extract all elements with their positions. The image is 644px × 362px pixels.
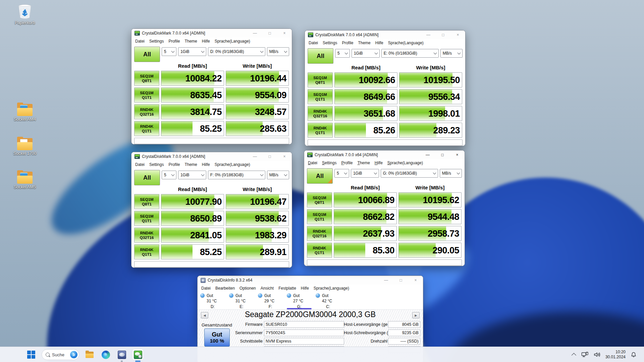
menu-item-sprache-language-[interactable]: Sprache(Language) [311,285,352,292]
next-drive-button[interactable]: ▶ [412,312,420,318]
test-queue-depth: Q32T16 [313,114,327,118]
taskbar-item-file-explorer[interactable] [84,349,95,360]
maximize-button[interactable]: □ [436,31,450,39]
menu-item-profile[interactable]: Profile [339,160,355,166]
maximize-button[interactable]: □ [435,150,450,159]
menu-item-sprache-language-[interactable]: Sprache(Language) [386,40,426,46]
target-drive-select[interactable]: F: 0% (0/1863GiB) [208,171,265,179]
drive-tab-C[interactable]: Gut 42 °C C: [314,292,342,309]
menu-item-sprache-language-[interactable]: Sprache(Language) [212,38,253,45]
window-titlebar[interactable]: CrystalDiskMark 7.0.0 x64 [ADMIN] — □ × [131,152,292,161]
menu-item-theme[interactable]: Theme [182,38,199,45]
status-bar [308,139,463,146]
taskbar-search[interactable]: Suche b [42,349,79,360]
menu-item-datei[interactable]: Datei [133,161,147,168]
target-drive-select[interactable]: G: 0% (0/1863GiB) [381,169,438,178]
menu-item-hilfe[interactable]: Hilfe [372,160,385,166]
menu-item-datei[interactable]: Datei [306,160,320,166]
window-titlebar[interactable]: CrystalDiskMark 7.0.0 x64 [ADMIN] — □ × [305,31,465,39]
test-count-select[interactable]: 5 [162,47,176,56]
test-queue-depth: Q1T1 [142,129,152,133]
target-drive-select[interactable]: D: 0% (0/1863GiB) [208,47,265,56]
close-button[interactable]: × [277,29,292,38]
desktop-icon-papierkorb[interactable]: Papierkorb [9,3,41,25]
menu-item-datei[interactable]: Datei [199,285,213,292]
close-button[interactable]: × [450,150,465,159]
window-titlebar[interactable]: CrystalDiskInfo 8.3.2 x64 — □ × [198,276,423,285]
drive-tab-E[interactable]: Gut 31 °C E: [227,292,256,309]
tray-show-hidden-icons[interactable] [572,353,576,358]
minimize-button[interactable]: — [379,276,393,285]
test-size-select[interactable]: 1GiB [178,47,206,56]
menu-item-sprache-language-[interactable]: Sprache(Language) [385,160,425,166]
menu-item-hilfe[interactable]: Hilfe [373,40,386,46]
taskbar-item-edge[interactable] [100,349,111,360]
drive-tab-G[interactable]: Gut 27 °C G: [285,292,314,309]
menu-item-festplatte[interactable]: Festplatte [276,285,299,292]
network-icon[interactable] [581,352,589,358]
menu-item-hilfe[interactable]: Hilfe [299,285,311,292]
maximize-button[interactable]: □ [262,152,277,161]
window-titlebar[interactable]: CrystalDiskMark 7.0.0 x64 [ADMIN] — □ × [304,150,465,159]
maximize-button[interactable]: □ [262,29,277,38]
menu-item-bearbeiten[interactable]: Bearbeiten [213,285,237,292]
target-drive-select[interactable]: E: 0% (0/1863GiB) [381,49,439,58]
drive-tab-D[interactable]: Gut 31 °C D: [198,292,227,309]
taskbar-item-crystaldiskmark[interactable] [132,349,144,360]
menu-item-settings[interactable]: Settings [320,40,339,46]
menu-item-hilfe[interactable]: Hilfe [200,161,212,168]
unit-select[interactable]: MB/s [267,171,289,179]
maximize-button[interactable]: □ [393,276,408,285]
menu-item-settings[interactable]: Settings [320,160,339,166]
test-size-select[interactable]: 1GiB [178,171,206,179]
menu-item-hilfe[interactable]: Hilfe [200,38,212,45]
crystaldiskmark-window-F: CrystalDiskMark 7.0.0 x64 [ADMIN] — □ × … [131,152,292,268]
test-count-select[interactable]: 5 [335,49,350,58]
write-result-cell: 289.23 [399,123,462,138]
minimize-button[interactable]: — [421,31,436,39]
menu-item-ansicht[interactable]: Ansicht [258,285,276,292]
menu-item-theme[interactable]: Theme [356,40,373,46]
unit-select[interactable]: MB/s [440,49,463,58]
test-size-select[interactable]: 1GiB [351,169,379,178]
all-button[interactable]: All [134,170,160,185]
test-size-select[interactable]: 1GiB [352,49,380,58]
taskbar-item-crystaldiskinfo[interactable] [116,349,127,360]
desktop-icon-sockel-am4[interactable]: Sockel AM4 [9,103,41,122]
all-button[interactable]: All [134,47,160,62]
unit-select[interactable]: MB/s [440,169,462,178]
test-count-select[interactable]: 5 [334,169,349,178]
menu-item-datei[interactable]: Datei [133,38,147,45]
taskbar-clock[interactable]: 10:20 30.01.2024 [605,350,626,360]
all-button[interactable]: All [307,168,333,184]
menu-item-profile[interactable]: Profile [339,40,356,46]
menu-item-settings[interactable]: Settings [147,161,166,168]
close-button[interactable]: × [277,152,292,161]
menu-item-profile[interactable]: Profile [166,38,182,45]
minimize-button[interactable]: — [248,152,262,161]
menu-item-sprache-language-[interactable]: Sprache(Language) [212,161,253,168]
desktop-icon-sockel-am5[interactable]: Sockel AM5 [9,170,41,189]
minimize-button[interactable]: — [420,150,435,159]
close-button[interactable]: × [408,276,423,285]
notification-bell-icon[interactable] [631,352,637,358]
test-count-value: 5 [337,51,343,56]
test-count-select[interactable]: 5 [162,171,176,179]
menu-item-datei[interactable]: Datei [306,40,320,46]
close-button[interactable]: × [450,31,465,39]
start-button[interactable] [25,349,37,360]
menu-item-profile[interactable]: Profile [166,161,182,168]
drive-tab-F[interactable]: Gut 29 °C F: [256,292,285,309]
menu-item-theme[interactable]: Theme [355,160,372,166]
unit-select[interactable]: MB/s [267,47,289,56]
desktop-icon-sockel-1700[interactable]: Sockel 1700 [9,137,41,156]
menu-item-optionen[interactable]: Optionen [237,285,258,292]
menu-item-theme[interactable]: Theme [182,161,199,168]
minimize-button[interactable]: — [248,29,262,38]
previous-drive-button[interactable]: ◀ [201,312,208,318]
menu-item-settings[interactable]: Settings [147,38,166,45]
volume-icon[interactable] [594,352,600,357]
window-titlebar[interactable]: CrystalDiskMark 7.0.0 x64 [ADMIN] — □ × [131,29,292,38]
all-button[interactable]: All [308,48,333,64]
test-type-label: SEQ1M Q1T1 [134,211,159,226]
